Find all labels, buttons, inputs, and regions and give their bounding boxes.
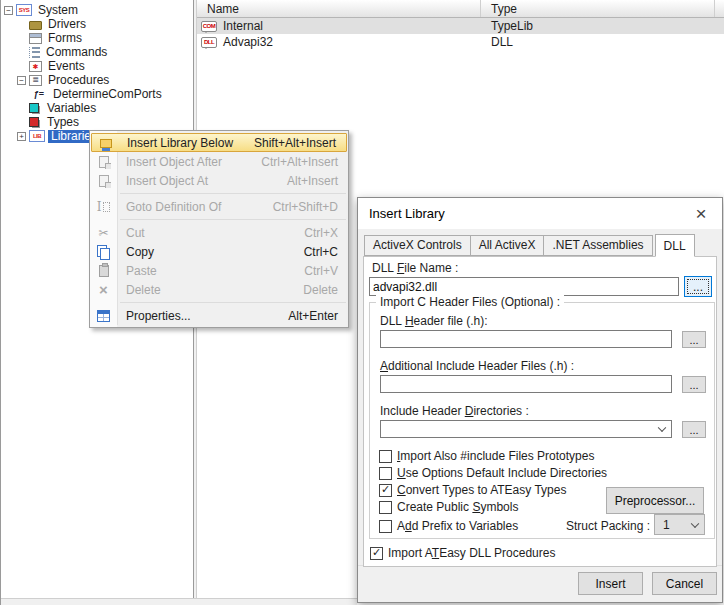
column-header-name[interactable]: Name: [197, 0, 481, 17]
import-c-header-group: Import C Header Files (Optional) : DLL H…: [369, 302, 715, 539]
delete-icon: ×: [95, 281, 112, 298]
tab-activex-controls[interactable]: ActiveX Controls: [364, 235, 471, 256]
include-directories-combobox[interactable]: [380, 420, 672, 438]
dll-file-name-input[interactable]: [369, 277, 679, 296]
tree-item-label: Forms: [45, 32, 85, 45]
menu-item-delete[interactable]: × Delete Delete: [90, 280, 348, 299]
tree-item-drivers[interactable]: Drivers: [1, 17, 193, 31]
browse-dll-header-button[interactable]: ...: [682, 331, 706, 348]
libraries-icon: LIB: [29, 130, 45, 142]
column-header-type[interactable]: Type: [481, 0, 715, 17]
typelib-icon: COM: [201, 21, 217, 32]
include-directories-label: Include Header Directories :: [380, 404, 529, 418]
procedures-icon: [29, 75, 42, 86]
ateasy-workspace: SYS System Drivers Forms Commands Events…: [0, 0, 724, 605]
insert-library-below-icon: [97, 135, 114, 152]
menu-item-insert-library-below[interactable]: Insert Library Below Shift+Alt+Insert: [91, 133, 347, 152]
tree-item-label: System: [35, 4, 81, 17]
form-icon: [29, 33, 42, 44]
scissors-icon: ✂: [95, 224, 112, 241]
events-icon: [29, 61, 42, 72]
procedure-icon: ƒ=: [31, 89, 47, 99]
collapse-icon[interactable]: [4, 6, 13, 15]
checkbox-icon[interactable]: [379, 501, 392, 514]
cancel-button[interactable]: Cancel: [652, 572, 717, 595]
tree-item-variables[interactable]: Variables: [1, 101, 193, 115]
insert-button[interactable]: Insert: [578, 572, 643, 595]
dll-file-name-label: DLL File Name :: [372, 261, 458, 275]
expand-icon[interactable]: [17, 132, 26, 141]
menu-item-cut[interactable]: ✂ Cut Ctrl+X: [90, 223, 348, 242]
dll-tab-page: DLL File Name : ... Import C Header File…: [363, 256, 717, 567]
struct-packing-combobox[interactable]: 1: [654, 514, 705, 535]
library-type: DLL: [481, 35, 513, 49]
copy-icon: [95, 243, 112, 260]
preprocessor-button[interactable]: Preprocessor...: [606, 487, 704, 514]
tab-net-assemblies[interactable]: .NET Assemblies: [544, 235, 652, 256]
checkbox-add-prefix[interactable]: Add Prefix to Variables: [379, 519, 518, 533]
tree-item-label: Types: [44, 116, 82, 129]
tab-dll[interactable]: DLL: [655, 234, 695, 257]
checkbox-icon[interactable]: [379, 520, 392, 533]
list-row-internal[interactable]: COM Internal TypeLib: [197, 18, 724, 34]
additional-includes-input[interactable]: [380, 375, 672, 393]
goto-definition-icon: I: [95, 198, 112, 215]
tree-item-types[interactable]: Types: [1, 115, 193, 129]
group-title: Import C Header Files (Optional) :: [376, 295, 564, 309]
system-icon: SYS: [16, 4, 32, 16]
tree-item-determinecomports[interactable]: ƒ= DetermineComPorts: [1, 87, 193, 101]
chevron-down-icon: [658, 424, 666, 432]
commands-icon: [29, 47, 40, 58]
menu-item-insert-object-after[interactable]: Insert Object After Ctrl+Alt+Insert: [90, 152, 348, 171]
insert-object-at-icon: [95, 172, 112, 189]
checkbox-checked-icon[interactable]: ✓: [370, 547, 383, 560]
browse-dll-file-button[interactable]: ...: [684, 276, 712, 297]
context-menu: Insert Library Below Shift+Alt+Insert In…: [89, 130, 349, 328]
tree-item-label: Commands: [43, 46, 110, 59]
checkbox-icon[interactable]: [379, 450, 392, 463]
menu-separator: [120, 219, 346, 220]
list-header: Name Type: [197, 0, 724, 18]
struct-packing-value: 1: [663, 518, 670, 532]
collapse-icon[interactable]: [17, 76, 26, 85]
tab-all-activex[interactable]: All ActiveX: [471, 235, 545, 256]
paste-icon: [95, 262, 112, 279]
menu-item-paste[interactable]: Paste Ctrl+V: [90, 261, 348, 280]
menu-item-properties[interactable]: Properties... Alt+Enter: [90, 306, 348, 325]
tree-item-label: DetermineComPorts: [50, 88, 165, 101]
tree-item-forms[interactable]: Forms: [1, 31, 193, 45]
tree-item-label: Drivers: [45, 18, 89, 31]
variables-icon: [29, 103, 39, 113]
library-type: TypeLib: [481, 19, 533, 33]
checkbox-icon[interactable]: [379, 467, 392, 480]
menu-item-insert-object-at[interactable]: Insert Object At Alt+Insert: [90, 171, 348, 190]
tree-item-label: Variables: [44, 102, 99, 115]
menu-item-copy[interactable]: Copy Ctrl+C: [90, 242, 348, 261]
library-name: Internal: [223, 19, 263, 33]
checkbox-checked-icon[interactable]: ✓: [379, 484, 392, 497]
menu-separator: [120, 193, 346, 194]
close-icon[interactable]: ×: [686, 200, 716, 227]
tree-item-commands[interactable]: Commands: [1, 45, 193, 59]
list-row-advapi32[interactable]: DLL Advapi32 DLL: [197, 34, 724, 50]
insert-object-after-icon: [95, 153, 112, 170]
tree-item-label: Events: [45, 60, 88, 73]
tree-item-procedures[interactable]: Procedures: [1, 73, 193, 87]
tree-item-events[interactable]: Events: [1, 59, 193, 73]
additional-includes-label: Additional Include Header Files (.h) :: [380, 359, 574, 373]
checkbox-convert-types[interactable]: ✓ Convert Types to ATEasy Types: [379, 483, 566, 497]
checkbox-import-include-prototypes[interactable]: Import Also #include Files Prototypes: [379, 449, 594, 463]
insert-library-dialog: Insert Library × ActiveX Controls All Ac…: [357, 197, 723, 603]
tree-item-system[interactable]: SYS System: [1, 3, 193, 17]
browse-include-directories-button[interactable]: ...: [682, 421, 706, 438]
tree-item-label: Procedures: [45, 74, 112, 87]
checkbox-create-public-symbols[interactable]: Create Public Symbols: [379, 500, 518, 514]
dll-header-file-input[interactable]: [380, 330, 672, 348]
checkbox-use-default-include-dirs[interactable]: Use Options Default Include Directories: [379, 466, 607, 480]
bottom-strip: [1, 598, 357, 605]
properties-icon: [95, 307, 112, 324]
menu-item-goto-definition[interactable]: I Goto Definition Of Ctrl+Shift+D: [90, 197, 348, 216]
checkbox-import-ateasy-procedures[interactable]: ✓ Import ATEasy DLL Procedures: [370, 546, 555, 560]
browse-additional-includes-button[interactable]: ...: [682, 376, 706, 393]
dll-icon: DLL: [201, 37, 217, 48]
